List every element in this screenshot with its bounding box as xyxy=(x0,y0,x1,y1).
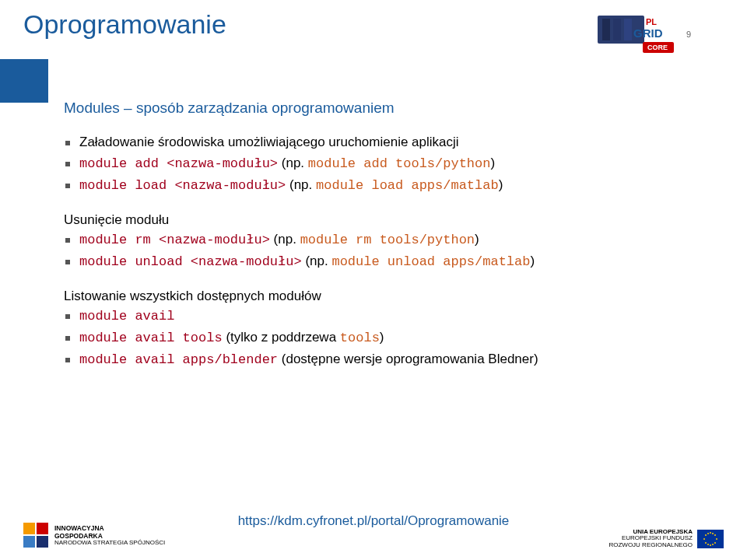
section-label: Załadowanie środowiska umożliwiającego u… xyxy=(64,134,700,152)
plgrid-logo: PL GRID CORE xyxy=(598,9,675,56)
page-number: 9 xyxy=(686,30,691,39)
svg-rect-2 xyxy=(613,19,621,40)
list-item: module avail apps/blender (dostępne wers… xyxy=(64,351,700,369)
svg-rect-11 xyxy=(37,536,48,548)
svg-rect-8 xyxy=(23,523,35,534)
svg-rect-9 xyxy=(37,523,48,534)
svg-text:CORE: CORE xyxy=(647,44,668,51)
list-item: module rm <nazwa-modułu> (np. module rm … xyxy=(64,231,700,250)
svg-point-14 xyxy=(710,544,711,546)
svg-rect-10 xyxy=(23,536,35,548)
svg-point-18 xyxy=(714,534,716,536)
list-item: module add <nazwa-modułu> (np. module ad… xyxy=(64,155,700,173)
slide-content: Modules – sposób zarządzania oprogramowa… xyxy=(64,100,700,387)
svg-point-15 xyxy=(703,538,705,540)
svg-text:PL: PL xyxy=(646,17,657,26)
header-stripe xyxy=(0,59,48,103)
ig-squares-icon xyxy=(23,523,50,549)
svg-point-16 xyxy=(716,538,717,540)
list-item: module avail xyxy=(64,307,700,326)
section-label: Usunięcie modułu xyxy=(64,212,700,228)
svg-point-21 xyxy=(707,533,709,534)
svg-point-24 xyxy=(712,544,714,545)
svg-point-23 xyxy=(707,544,709,545)
page-title: Oprogramowanie xyxy=(23,9,226,40)
list-item: module load <nazwa-modułu> (np. module l… xyxy=(64,177,700,195)
svg-point-17 xyxy=(705,534,707,536)
svg-point-13 xyxy=(710,532,711,534)
svg-rect-3 xyxy=(624,19,632,40)
slide-subtitle: Modules – sposób zarządzania oprogramowa… xyxy=(64,100,700,117)
section-load: Załadowanie środowiska umożliwiającego u… xyxy=(64,134,700,195)
eu-fund-logo: UNIA EUROPEJSKA EUROPEJSKI FUNDUSZ ROZWO… xyxy=(608,529,724,549)
section-label: Listowanie wszystkich dostępnych modułów xyxy=(64,289,700,304)
svg-point-20 xyxy=(714,542,716,544)
svg-rect-1 xyxy=(602,19,610,40)
list-item: module unload <nazwa-modułu> (np. module… xyxy=(64,253,700,271)
section-list: Listowanie wszystkich dostępnych modułów… xyxy=(64,289,700,369)
section-remove: Usunięcie modułu module rm <nazwa-modułu… xyxy=(64,212,700,271)
svg-text:GRID: GRID xyxy=(633,26,663,40)
svg-point-19 xyxy=(705,542,707,544)
svg-point-22 xyxy=(712,533,714,534)
list-item: module avail tools (tylko z poddrzewa to… xyxy=(64,329,700,348)
innowacyjna-gospodarka-logo: INNOWACYJNA GOSPODARKA NARODOWA STRATEGI… xyxy=(23,523,165,549)
eu-flag-icon xyxy=(697,530,724,548)
